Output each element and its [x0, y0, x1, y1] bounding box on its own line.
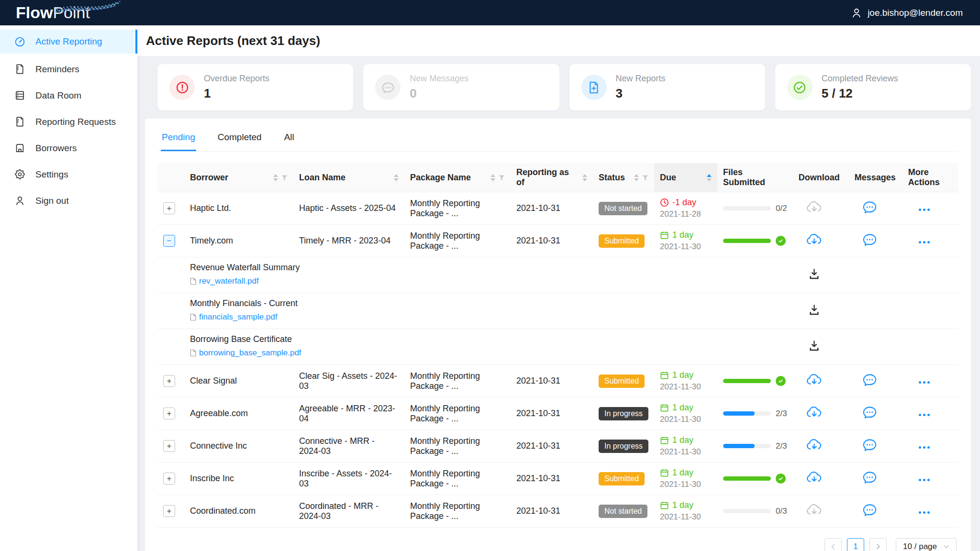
cloud-download-icon[interactable]	[806, 406, 822, 419]
sidebar-item-sign-out[interactable]: Sign out	[0, 187, 137, 214]
next-page-button[interactable]	[869, 538, 887, 551]
spacer-cell	[849, 257, 958, 293]
document-link[interactable]: financials_sample.pdf	[190, 312, 277, 322]
more-actions-icon[interactable]	[919, 479, 930, 481]
more-actions-icon[interactable]	[919, 241, 930, 243]
sort-caret-icon[interactable]	[707, 174, 712, 181]
column-reporting-as-of[interactable]: Reporting as of	[511, 163, 593, 192]
column-download: Download	[793, 163, 849, 192]
cloud-download-icon[interactable]	[806, 374, 822, 386]
sidebar-item-reminders[interactable]: Reminders	[0, 56, 137, 82]
document-icon	[14, 116, 25, 127]
document-link[interactable]: rev_waterfall.pdf	[190, 276, 259, 286]
column-due[interactable]: Due	[654, 163, 717, 192]
gauge-icon	[14, 36, 25, 47]
messages-icon[interactable]	[862, 438, 877, 452]
summary-cards: Overdue Reports 1 New Messages 0 New R	[157, 64, 971, 110]
filter-funnel-icon[interactable]	[642, 175, 648, 181]
expand-row-button[interactable]: +	[163, 473, 175, 485]
previous-page-button[interactable]	[824, 538, 842, 551]
gear-icon	[14, 169, 25, 180]
sort-caret-icon[interactable]	[273, 174, 278, 181]
more-actions-icon[interactable]	[919, 381, 930, 384]
more-actions-icon[interactable]	[919, 209, 930, 211]
document-cell: Revenue Waterfall Summary rev_waterfall.…	[184, 257, 793, 293]
download-cell	[793, 329, 849, 365]
due-date: 2021-11-30	[660, 512, 712, 522]
sidebar-item-settings[interactable]: Settings	[0, 161, 137, 187]
files-count: 2/3	[776, 441, 787, 451]
sort-caret-icon[interactable]	[582, 174, 587, 181]
collapse-row-button[interactable]: −	[163, 235, 175, 247]
tray-download-icon[interactable]	[808, 304, 820, 317]
user-email: joe.bishop@lender.com	[868, 8, 963, 18]
pdf-file-icon	[190, 277, 196, 285]
table-row: + Inscribe Inc Inscribe - Assets - 2024-…	[157, 463, 958, 495]
chat-bubble-icon	[375, 75, 401, 100]
user-menu[interactable]: joe.bishop@lender.com	[851, 7, 963, 19]
table-row: − Timely.com Timely - MRR - 2023-04 Mont…	[157, 225, 958, 257]
column-package-name[interactable]: Package Name	[404, 163, 511, 192]
cloud-download-icon[interactable]	[806, 471, 822, 484]
page-size-select[interactable]: 10 / page	[896, 538, 957, 551]
due-date: 2021-11-30	[660, 480, 712, 489]
more-actions-icon[interactable]	[919, 511, 930, 514]
more-actions-icon[interactable]	[919, 446, 930, 449]
package-cell: Monthly Reporting Package - ...	[404, 192, 511, 225]
expand-row-button[interactable]: +	[163, 375, 175, 387]
column-messages: Messages	[849, 163, 902, 192]
expand-row-button[interactable]: +	[163, 505, 175, 517]
cloud-download-icon	[806, 504, 822, 517]
sort-caret-icon[interactable]	[490, 174, 495, 181]
tab-all[interactable]: All	[283, 126, 295, 151]
calendar-icon	[660, 468, 669, 477]
card-value: 5 / 12	[822, 86, 898, 101]
spacer-cell	[157, 257, 184, 293]
page-number-button[interactable]: 1	[847, 538, 864, 551]
cloud-download-icon[interactable]	[806, 439, 822, 452]
messages-icon[interactable]	[862, 200, 877, 215]
sidebar-item-reporting-requests[interactable]: Reporting Requests	[0, 109, 137, 135]
due-in: 1 day	[660, 230, 712, 240]
reports-table: Borrower Loan Name Package Name Reportin…	[157, 163, 958, 528]
messages-icon[interactable]	[862, 232, 877, 247]
tab-pending[interactable]: Pending	[161, 126, 196, 151]
cloud-download-icon[interactable]	[806, 233, 822, 246]
filter-funnel-icon[interactable]	[499, 175, 505, 181]
sidebar-item-label: Settings	[35, 169, 68, 180]
column-status[interactable]: Status	[593, 163, 654, 192]
document-row: Monthly Financials - Current financials_…	[157, 293, 958, 329]
as-of-cell: 2021-10-31	[511, 192, 593, 225]
messages-icon[interactable]	[862, 405, 877, 420]
expand-row-button[interactable]: +	[163, 202, 175, 214]
sidebar-item-label: Borrowers	[35, 143, 77, 154]
card-value: 1	[204, 86, 269, 101]
borrower-cell: Clear Signal	[184, 365, 293, 397]
document-title: Borrowing Base Certificate	[190, 334, 787, 344]
filter-funnel-icon[interactable]	[281, 175, 288, 181]
sidebar-item-active-reporting[interactable]: Active Reporting	[0, 30, 137, 54]
messages-icon[interactable]	[862, 373, 877, 387]
expand-row-button[interactable]: +	[163, 408, 175, 419]
expand-row-button[interactable]: +	[163, 440, 175, 452]
calendar-icon	[660, 436, 669, 445]
sort-caret-icon[interactable]	[634, 174, 639, 181]
tray-download-icon[interactable]	[808, 340, 820, 353]
table-row: + Haptic Ltd. Haptic - Assets - 2025-04 …	[157, 192, 958, 225]
messages-icon[interactable]	[862, 470, 877, 485]
document-link[interactable]: borrowing_base_sample.pdf	[190, 348, 301, 358]
borrower-cell: Connective Inc	[184, 430, 293, 463]
more-actions-icon[interactable]	[919, 414, 930, 416]
column-borrower[interactable]: Borrower	[184, 163, 293, 192]
tray-download-icon[interactable]	[808, 268, 820, 281]
column-loan-name[interactable]: Loan Name	[293, 163, 404, 192]
messages-icon[interactable]	[862, 503, 877, 518]
due-in: -1 day	[660, 198, 712, 208]
card-value: 3	[616, 86, 666, 101]
sidebar-item-data-room[interactable]: Data Room	[0, 82, 137, 109]
sidebar-item-borrowers[interactable]: Borrowers	[0, 135, 137, 161]
reports-panel: Pending Completed All Borrower	[145, 119, 971, 551]
tab-completed[interactable]: Completed	[217, 126, 263, 151]
sidebar-item-label: Active Reporting	[35, 36, 102, 47]
sort-caret-icon[interactable]	[394, 174, 399, 181]
